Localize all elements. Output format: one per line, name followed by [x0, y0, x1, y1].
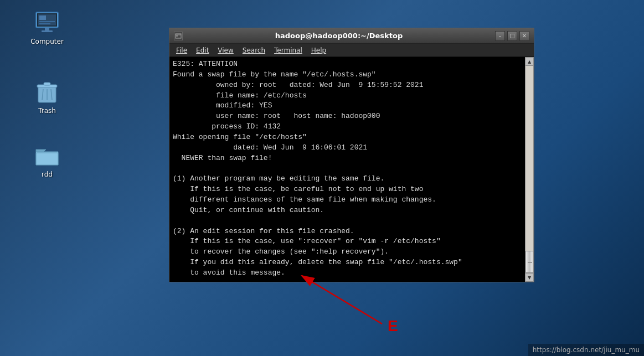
computer-icon: [34, 9, 60, 35]
minimize-button[interactable]: –: [495, 31, 505, 41]
terminal-text[interactable]: E325: ATTENTION Found a swap file by the…: [169, 57, 525, 282]
computer-icon-item[interactable]: Computer: [22, 6, 72, 49]
menu-search[interactable]: Search: [238, 45, 270, 55]
trash-icon-item[interactable]: Trash: [22, 75, 72, 118]
window-controls: – □ ✕: [495, 31, 529, 41]
svg-rect-7: [42, 30, 53, 32]
menu-terminal[interactable]: Terminal: [270, 45, 307, 55]
terminal-window: hadoop@hadoop000:~/Desktop – □ ✕ File Ed…: [169, 28, 534, 282]
menu-view[interactable]: View: [213, 45, 238, 55]
svg-rect-5: [39, 23, 50, 24]
svg-rect-17: [176, 35, 178, 37]
rdd-icon-label: rdd: [42, 171, 53, 178]
close-button[interactable]: ✕: [519, 31, 529, 41]
svg-rect-6: [45, 28, 49, 30]
menu-edit[interactable]: Edit: [192, 45, 213, 55]
svg-rect-10: [44, 82, 50, 85]
terminal-scrollbar[interactable]: ▲ ▼: [525, 57, 534, 282]
scroll-thumb[interactable]: [525, 251, 533, 273]
terminal-window-icon: [174, 32, 183, 40]
terminal-content-area: E325: ATTENTION Found a swap file by the…: [169, 57, 534, 282]
rdd-folder-icon: [34, 142, 60, 168]
menu-help[interactable]: Help: [307, 45, 331, 55]
annotation-label: E: [388, 317, 398, 334]
rdd-folder-item[interactable]: rdd: [22, 138, 72, 182]
terminal-menubar: File Edit View Search Terminal Help: [169, 44, 534, 57]
svg-rect-14: [36, 153, 58, 165]
computer-icon-label: Computer: [30, 38, 64, 45]
svg-rect-4: [39, 21, 55, 22]
terminal-titlebar: hadoop@hadoop000:~/Desktop – □ ✕: [169, 28, 534, 44]
trash-icon: [34, 78, 60, 105]
maximize-button[interactable]: □: [507, 31, 517, 41]
window-title: hadoop@hadoop000:~/Desktop: [183, 32, 495, 40]
svg-line-19: [302, 276, 382, 324]
trash-icon-label: Trash: [38, 107, 56, 115]
bottom-link: https://blog.csdn.net/jiu_mu_mu: [528, 344, 644, 356]
scroll-track[interactable]: [525, 66, 534, 273]
menu-file[interactable]: File: [172, 45, 192, 55]
scroll-down-arrow[interactable]: ▼: [525, 273, 534, 282]
svg-rect-3: [39, 16, 46, 20]
scroll-up-arrow[interactable]: ▲: [525, 57, 534, 66]
